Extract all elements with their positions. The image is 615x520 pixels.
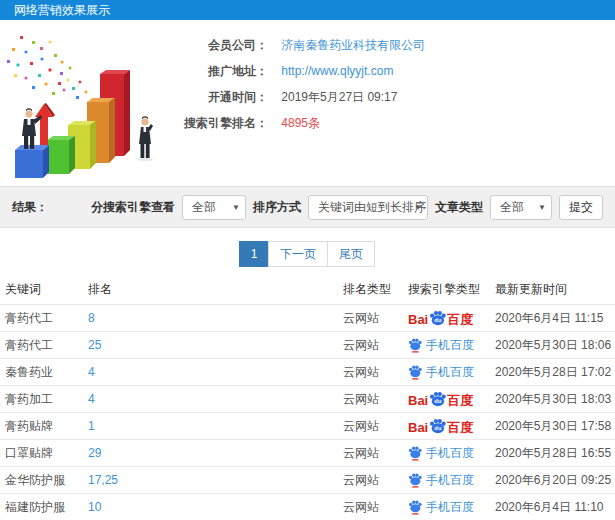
updated-cell: 2020年6月4日 11:15 <box>495 310 615 327</box>
baidu-cn-wordmark: 百度 <box>447 421 473 434</box>
baidu-paw-icon: du <box>429 391 446 407</box>
rank-type-cell: 云网站 <box>343 472 408 489</box>
baidu-cn-wordmark: 百度 <box>447 313 473 326</box>
keyword-cell: 福建防护服 <box>5 499 88 516</box>
rank-count-value: 4895条 <box>281 116 320 130</box>
sort-select-value: 关键词由短到长排序 <box>318 200 426 214</box>
sort-select[interactable]: 关键词由短到长排序 ▼ <box>308 195 428 220</box>
rank-type-cell: 云网站 <box>343 310 408 327</box>
rank-cell[interactable]: 29 <box>88 446 343 460</box>
rank-cell[interactable]: 4 <box>88 365 343 379</box>
baidu-paw-icon: du <box>429 418 446 434</box>
svg-text:du: du <box>435 398 443 404</box>
company-label: 会员公司： <box>176 32 268 58</box>
company-link[interactable]: 济南秦鲁药业科技有限公司 <box>281 38 425 52</box>
mobile-baidu-paw-icon <box>408 446 422 461</box>
updated-cell: 2020年6月4日 11:10 <box>495 499 615 516</box>
businessman-right <box>137 116 153 161</box>
baidu-wordmark: Bai <box>408 313 428 326</box>
rank-type-cell: 云网站 <box>343 337 408 354</box>
pagination: 1 下一页 尾页 <box>0 241 615 267</box>
engine-select[interactable]: 全部 ▼ <box>182 195 246 220</box>
mobile-baidu-label: 手机百度 <box>426 337 474 354</box>
mobile-baidu-paw-icon <box>408 473 422 488</box>
baidu-logo: Bai du 百度 <box>408 310 473 326</box>
open-time-label: 开通时间： <box>176 84 268 110</box>
header-rank-type: 排名类型 <box>343 281 408 298</box>
promo-url-label: 推广地址： <box>176 58 268 84</box>
baidu-wordmark: Bai <box>408 421 428 434</box>
keyword-cell: 膏药加工 <box>5 391 88 408</box>
baidu-cn-wordmark: 百度 <box>447 394 473 407</box>
article-type-select[interactable]: 全部 ▼ <box>490 195 552 220</box>
mobile-baidu-logo: 手机百度 <box>408 499 474 516</box>
mobile-baidu-paw-icon <box>408 338 422 353</box>
table-row: 金华防护服 17,25 云网站 手机百度 2020年6月20日 09:25 <box>0 466 615 493</box>
rank-cell[interactable]: 10 <box>88 500 343 514</box>
table-row: 口罩贴牌 29 云网站 手机百度 2020年5月28日 16:55 <box>0 439 615 466</box>
table-row: 膏药贴牌 1 云网站 Bai du 百度 2020年5月30日 17:58 <box>0 412 615 439</box>
bar-blue <box>15 145 49 178</box>
updated-cell: 2020年5月28日 16:55 <box>495 445 615 462</box>
promo-url-link[interactable]: http://www.qlyyjt.com <box>281 64 393 78</box>
table-header-row: 关键词 排名 排名类型 搜索引擎类型 最新更新时间 <box>0 274 615 304</box>
chevron-down-icon: ▼ <box>414 196 422 219</box>
engine-cell: Bai du 百度 <box>408 391 495 407</box>
mobile-baidu-label: 手机百度 <box>426 364 474 381</box>
engine-cell: 手机百度 <box>408 472 495 489</box>
info-row-open-time: 开通时间： 2019年5月27日 09:17 <box>176 84 425 110</box>
chevron-down-icon: ▼ <box>538 196 546 219</box>
mobile-baidu-logo: 手机百度 <box>408 445 474 462</box>
rank-type-cell: 云网站 <box>343 364 408 381</box>
engine-cell: 手机百度 <box>408 364 495 381</box>
page-1-button[interactable]: 1 <box>239 241 269 267</box>
table-row: 秦鲁药业 4 云网站 手机百度 2020年5月28日 17:02 <box>0 358 615 385</box>
mobile-baidu-paw-icon <box>408 500 422 515</box>
confetti-decoration <box>7 36 100 107</box>
engine-filter-label: 分搜索引擎查看 <box>91 199 175 216</box>
next-page-button[interactable]: 下一页 <box>268 241 328 267</box>
baidu-wordmark: Bai <box>408 394 428 407</box>
article-type-value: 全部 <box>500 200 524 214</box>
mobile-baidu-label: 手机百度 <box>426 472 474 489</box>
baidu-logo: Bai du 百度 <box>408 391 473 407</box>
filter-controls: 分搜索引擎查看 全部 ▼ 排序方式 关键词由短到长排序 ▼ 文章类型 全部 ▼ … <box>91 195 603 220</box>
engine-cell: 手机百度 <box>408 499 495 516</box>
rank-cell[interactable]: 8 <box>88 311 343 325</box>
table-row: 膏药代工 8 云网站 Bai du 百度 2020年6月4日 11:15 <box>0 304 615 331</box>
table-body: 膏药代工 8 云网站 Bai du 百度 2020年6月4日 11:15 <box>0 304 615 520</box>
rank-type-cell: 云网站 <box>343 499 408 516</box>
updated-cell: 2020年5月30日 18:06 <box>495 337 615 354</box>
keyword-cell: 膏药代工 <box>5 337 88 354</box>
marketing-report-page: 网络营销效果展示 <box>0 0 615 520</box>
rank-cell[interactable]: 4 <box>88 392 343 406</box>
rank-cell[interactable]: 17,25 <box>88 473 343 487</box>
last-page-button[interactable]: 尾页 <box>327 241 375 267</box>
keyword-ranking-table: 关键词 排名 排名类型 搜索引擎类型 最新更新时间 膏药代工 8 云网站 Bai… <box>0 274 615 520</box>
table-row: 膏药代工 25 云网站 手机百度 2020年5月30日 18:06 <box>0 331 615 358</box>
bar-green <box>47 136 75 174</box>
submit-button[interactable]: 提交 <box>559 195 603 220</box>
mobile-baidu-logo: 手机百度 <box>408 472 474 489</box>
keyword-cell: 口罩贴牌 <box>5 445 88 462</box>
updated-cell: 2020年5月30日 17:58 <box>495 418 615 435</box>
updated-cell: 2020年5月30日 18:03 <box>495 391 615 408</box>
mobile-baidu-logo: 手机百度 <box>408 364 474 381</box>
rank-cell[interactable]: 1 <box>88 419 343 433</box>
header-rank: 排名 <box>88 281 343 298</box>
rank-type-cell: 云网站 <box>343 445 408 462</box>
header-engine-type: 搜索引擎类型 <box>408 281 495 298</box>
rank-cell[interactable]: 25 <box>88 338 343 352</box>
svg-text:du: du <box>435 317 443 323</box>
engine-select-value: 全部 <box>192 200 216 214</box>
result-label: 结果： <box>12 199 48 216</box>
filter-bar: 结果： 分搜索引擎查看 全部 ▼ 排序方式 关键词由短到长排序 ▼ 文章类型 全… <box>0 186 615 228</box>
window-titlebar: 网络营销效果展示 <box>0 0 615 20</box>
mobile-baidu-logo: 手机百度 <box>408 337 474 354</box>
page-title: 网络营销效果展示 <box>14 3 110 17</box>
engine-cell: Bai du 百度 <box>408 310 495 326</box>
bar-chart-illustration <box>2 32 172 184</box>
mobile-baidu-label: 手机百度 <box>426 499 474 516</box>
engine-cell: Bai du 百度 <box>408 418 495 434</box>
info-row-rank-count: 搜索引擎排名： 4895条 <box>176 110 425 136</box>
